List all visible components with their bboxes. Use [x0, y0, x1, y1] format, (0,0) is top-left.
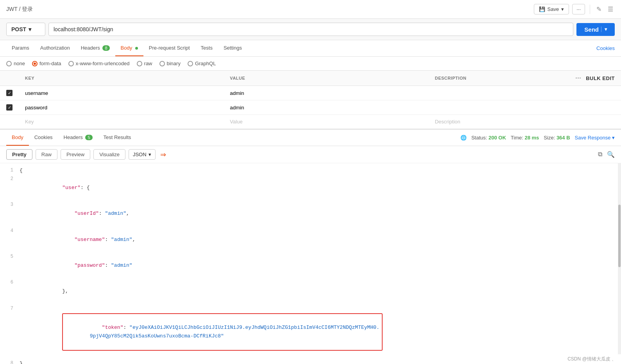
- th-checkbox: [0, 71, 19, 86]
- response-headers-badge: 5: [85, 135, 92, 140]
- format-preview-button[interactable]: Preview: [61, 149, 90, 160]
- time-value: 28 ms: [524, 135, 539, 141]
- json-line-3: 3 "userId": "admin",: [0, 201, 621, 227]
- row1-key-input[interactable]: [25, 90, 217, 96]
- edit-button[interactable]: ✎: [595, 4, 603, 14]
- response-tab-body[interactable]: Body: [6, 130, 29, 146]
- json-line-1: 1 {: [0, 166, 621, 175]
- response-section: Body Cookies Headers 5 Test Results 🌐 St…: [0, 129, 621, 364]
- copy-icon[interactable]: ⧉: [598, 151, 602, 158]
- placeholder-key: Key: [25, 119, 34, 125]
- response-meta: 🌐 Status: 200 OK Time: 28 ms Size: 364 B…: [460, 135, 615, 141]
- doc-button[interactable]: ☰: [606, 4, 615, 14]
- wrap-icon[interactable]: ⇒: [160, 150, 166, 159]
- json-line-7: 7 "token": "eyJ0eXAiOiJKV1QiLCJhbGciOiJI…: [0, 305, 621, 360]
- json-line-8: 8 }: [0, 359, 621, 364]
- save-icon: 💾: [539, 6, 545, 12]
- format-visualize-button[interactable]: Visualize: [93, 149, 125, 160]
- format-actions: ⧉ 🔍: [598, 151, 615, 158]
- size-value: 364 B: [557, 135, 570, 141]
- top-bar: JWT / 登录 💾 Save ▾ ··· ✎ ☰: [0, 0, 621, 19]
- response-tab-test-results[interactable]: Test Results: [98, 130, 137, 146]
- table-row-empty: Key Value Description: [0, 115, 621, 129]
- tab-pre-request[interactable]: Pre-request Script: [143, 40, 195, 56]
- response-tab-headers[interactable]: Headers 5: [58, 130, 98, 146]
- more-button[interactable]: ···: [572, 4, 585, 14]
- save-chevron-icon: ▾: [561, 6, 564, 12]
- json-line-5: 5 "password": "admin": [0, 253, 621, 278]
- radio-dot-graphql: [188, 61, 193, 66]
- tab-tests[interactable]: Tests: [195, 40, 218, 56]
- radio-dot-binary: [159, 61, 165, 66]
- response-tabs-row: Body Cookies Headers 5 Test Results 🌐 St…: [0, 130, 621, 146]
- table-row: [0, 86, 621, 100]
- headers-badge: 8: [102, 45, 109, 51]
- radio-urlencoded[interactable]: x-www-form-urlencoded: [68, 61, 130, 66]
- url-bar: POST ▾ Send ▾: [0, 19, 621, 40]
- format-bar: Pretty Raw Preview Visualize JSON ▾ ⇒ ⧉ …: [0, 146, 621, 163]
- url-input[interactable]: [48, 23, 573, 36]
- globe-icon: 🌐: [460, 135, 467, 141]
- table-more-icon[interactable]: ···: [575, 75, 581, 82]
- status-label: Status: 200 OK: [471, 135, 506, 141]
- form-data-table: KEY VALUE DESCRIPTION ··· Bulk Edit: [0, 71, 621, 129]
- form-data-table-wrapper: KEY VALUE DESCRIPTION ··· Bulk Edit: [0, 71, 621, 129]
- tab-params[interactable]: Params: [6, 40, 35, 56]
- response-tab-cookies[interactable]: Cookies: [29, 130, 58, 146]
- radio-dot-raw: [137, 61, 142, 66]
- radio-raw[interactable]: raw: [137, 61, 152, 66]
- radio-binary[interactable]: binary: [159, 61, 181, 66]
- row1-desc-input[interactable]: [435, 90, 615, 96]
- row1-checkbox[interactable]: [6, 90, 13, 96]
- tab-headers[interactable]: Headers 8: [75, 40, 115, 56]
- format-pretty-button[interactable]: Pretty: [6, 149, 32, 160]
- breadcrumb: JWT / 登录: [6, 6, 33, 13]
- json-viewer-wrapper: 1 { 2 "user": { 3 "userId": "admin", 4: [0, 163, 621, 364]
- body-active-dot: [135, 47, 138, 50]
- bulk-edit-button[interactable]: Bulk Edit: [586, 75, 615, 81]
- footer-credit: CSDN @情绪大瓜皮 、: [563, 354, 621, 364]
- json-viewer: 1 { 2 "user": { 3 "userId": "admin", 4: [0, 163, 621, 364]
- th-desc: DESCRIPTION ··· Bulk Edit: [429, 71, 621, 86]
- request-tabs-row: Params Authorization Headers 8 Body Pre-…: [0, 40, 621, 57]
- vertical-scrollbar[interactable]: [618, 163, 621, 364]
- table-row: [0, 100, 621, 115]
- placeholder-desc: Description: [435, 119, 460, 125]
- status-value: 200 OK: [489, 135, 506, 141]
- time-label: Time: 28 ms: [511, 135, 539, 141]
- body-types-row: none form-data x-www-form-urlencoded raw…: [0, 57, 621, 71]
- divider: [590, 5, 590, 14]
- send-button[interactable]: Send ▾: [576, 23, 615, 36]
- radio-dot-form-data: [32, 61, 38, 66]
- save-response-button[interactable]: Save Response ▾: [575, 135, 615, 141]
- row2-desc-input[interactable]: [435, 105, 615, 111]
- tab-cookies[interactable]: Cookies: [596, 41, 615, 56]
- radio-none[interactable]: none: [6, 61, 25, 66]
- row1-value-input[interactable]: [230, 90, 422, 96]
- radio-form-data[interactable]: form-data: [32, 61, 61, 66]
- json-line-4: 4 "username": "admin",: [0, 227, 621, 253]
- tab-authorization[interactable]: Authorization: [35, 40, 75, 56]
- radio-dot-none: [6, 61, 12, 66]
- json-line-2: 2 "user": {: [0, 175, 621, 201]
- tab-body[interactable]: Body: [115, 40, 143, 56]
- method-chevron-icon: ▾: [29, 26, 31, 32]
- radio-graphql[interactable]: GraphQL: [188, 61, 216, 66]
- radio-dot-urlencoded: [68, 61, 74, 66]
- scrollbar-thumb[interactable]: [618, 205, 621, 267]
- tab-settings[interactable]: Settings: [218, 40, 247, 56]
- format-raw-button[interactable]: Raw: [36, 149, 57, 160]
- method-select[interactable]: POST ▾: [6, 23, 45, 36]
- save-button[interactable]: 💾 Save ▾: [534, 4, 569, 14]
- row2-value-input[interactable]: [230, 105, 422, 111]
- size-label: Size: 364 B: [544, 135, 570, 141]
- search-icon[interactable]: 🔍: [607, 151, 615, 158]
- row2-key-input[interactable]: [25, 105, 217, 111]
- row2-checkbox[interactable]: [6, 104, 13, 111]
- th-key: KEY: [19, 71, 224, 86]
- placeholder-value: Value: [230, 119, 242, 125]
- json-line-6: 6 },: [0, 278, 621, 304]
- th-value: VALUE: [224, 71, 428, 86]
- language-select[interactable]: JSON ▾: [129, 149, 156, 160]
- send-chevron-icon: ▾: [601, 27, 607, 32]
